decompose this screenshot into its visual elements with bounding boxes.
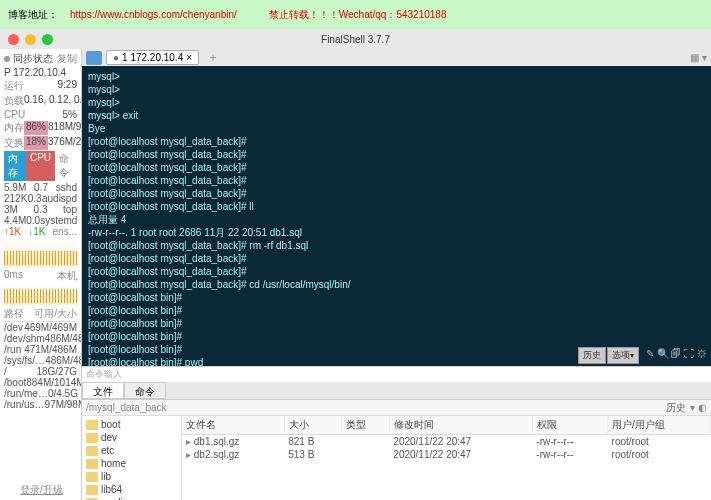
- history-button[interactable]: 历史: [578, 347, 606, 364]
- session-tab[interactable]: ● 1 172.20.10.4 ×: [106, 50, 199, 65]
- minimize-icon[interactable]: [25, 34, 36, 45]
- folder-tree[interactable]: bootdevetchomeliblib64mediamntmysql_data…: [82, 416, 182, 500]
- col-name[interactable]: 文件名: [182, 416, 284, 435]
- path-text[interactable]: /mysql_data_back: [86, 402, 167, 413]
- host-label: 本机: [57, 269, 77, 283]
- copy-link[interactable]: 复制: [57, 52, 77, 66]
- sync-dot-icon: [4, 56, 10, 62]
- ip-text: P 172.20.10.4: [4, 67, 66, 78]
- session-toolbar: ● 1 172.20.10.4 × ＋ ▦ ▾: [82, 49, 711, 66]
- sync-label: 同步状态: [13, 52, 53, 66]
- load-value: 0.16, 0.12, 0.07: [24, 94, 82, 108]
- login-link[interactable]: 登录/升级: [20, 483, 63, 497]
- tree-node[interactable]: lib: [84, 470, 179, 483]
- table-row[interactable]: ▸ db1.sql.gz821 B2020/11/22 20:47-rw-r--…: [182, 435, 711, 449]
- tree-node[interactable]: etc: [84, 444, 179, 457]
- tree-node[interactable]: boot: [84, 418, 179, 431]
- tab-files[interactable]: 文件: [82, 382, 124, 399]
- tab-close-icon[interactable]: ×: [186, 52, 192, 63]
- col-type[interactable]: 类型: [341, 416, 389, 435]
- uptime-value: 9:29: [58, 79, 77, 93]
- network-chart: [4, 239, 77, 267]
- app-title: FinalShell 3.7.7: [321, 34, 390, 45]
- terminal-tools[interactable]: ✎ 🔍 🗐 ⛶ ⚙: [646, 347, 707, 364]
- blog-label: 博客地址：: [8, 8, 58, 22]
- folder-icon: [86, 420, 98, 430]
- cpu-value: 5%: [63, 109, 77, 120]
- chevron-down-icon[interactable]: ▾ ◐: [690, 402, 707, 413]
- cpu-label: CPU: [4, 109, 25, 120]
- tree-node[interactable]: dev: [84, 431, 179, 444]
- tree-node[interactable]: lib64: [84, 483, 179, 496]
- table-row[interactable]: ▸ db2.sql.gz513 B2020/11/22 20:47-rw-r--…: [182, 448, 711, 461]
- col-perm[interactable]: 权限: [532, 416, 607, 435]
- tab-command[interactable]: 命令: [55, 151, 77, 181]
- command-input[interactable]: 命令输入: [82, 366, 711, 382]
- grid-icon[interactable]: ▦ ▾: [690, 52, 707, 63]
- tab-memory[interactable]: 内存: [4, 151, 26, 181]
- folder-icon: [86, 485, 98, 495]
- blog-url: https://www.cnblogs.com/chenyanbin/: [70, 9, 237, 20]
- status-dot-icon: ●: [113, 52, 119, 63]
- col-owner[interactable]: 用户/用户组: [608, 416, 711, 435]
- session-host: 1 172.20.10.4: [122, 52, 183, 63]
- mem-val: 818M/972M: [48, 121, 82, 135]
- window-titlebar: FinalShell 3.7.7: [0, 29, 711, 49]
- maximize-icon[interactable]: [42, 34, 53, 45]
- process-list: 5.9M0.7sshd 212K0.3audispd 3M0.3top 4.4M…: [4, 182, 77, 226]
- watermark-banner: 博客地址： https://www.cnblogs.com/chenyanbin…: [0, 0, 711, 29]
- folder-icon: [86, 433, 98, 443]
- swap-val: 376M/2G: [48, 136, 82, 150]
- tab-commands[interactable]: 命令: [124, 382, 166, 399]
- add-tab-button[interactable]: ＋: [207, 49, 219, 66]
- swap-pct: 18%: [24, 136, 48, 150]
- mem-pct: 86%: [24, 121, 48, 135]
- latency: 0ms: [4, 269, 23, 283]
- tree-node[interactable]: home: [84, 457, 179, 470]
- col-size[interactable]: 大小: [284, 416, 341, 435]
- tree-node[interactable]: media: [84, 496, 179, 500]
- history-button[interactable]: 历史: [666, 401, 686, 415]
- options-button[interactable]: 选项▾: [607, 347, 639, 364]
- folder-icon[interactable]: [86, 51, 102, 65]
- folder-icon: [86, 472, 98, 482]
- latency-chart: [4, 285, 77, 305]
- tab-cpu[interactable]: CPU: [26, 151, 55, 181]
- mem-label: 内存: [4, 121, 24, 135]
- load-label: 负载: [4, 94, 24, 108]
- folder-icon: [86, 459, 98, 469]
- terminal[interactable]: mysql>mysql>mysql>mysql> exitBye[root@lo…: [82, 66, 711, 366]
- disk-list: 路径可用/大小 /dev469M/469M /dev/shm486M/486M …: [4, 307, 77, 410]
- sidebar: 同步状态复制 P 172.20.10.4 运行9:29 负载0.16, 0.12…: [0, 49, 82, 500]
- net-if: ens...: [53, 226, 77, 237]
- file-list[interactable]: 文件名 大小 类型 修改时间 权限 用户/用户组 ▸ db1.sql.gz821…: [182, 416, 711, 500]
- swap-label: 交换: [4, 136, 24, 150]
- folder-icon: [86, 446, 98, 456]
- uptime-label: 运行: [4, 79, 24, 93]
- close-icon[interactable]: [8, 34, 19, 45]
- col-mtime[interactable]: 修改时间: [389, 416, 532, 435]
- net-dn: ↓1K: [28, 226, 45, 237]
- net-up: ↑1K: [4, 226, 21, 237]
- warning-text: 禁止转载！！！Wechat/qq：543210188: [269, 8, 447, 22]
